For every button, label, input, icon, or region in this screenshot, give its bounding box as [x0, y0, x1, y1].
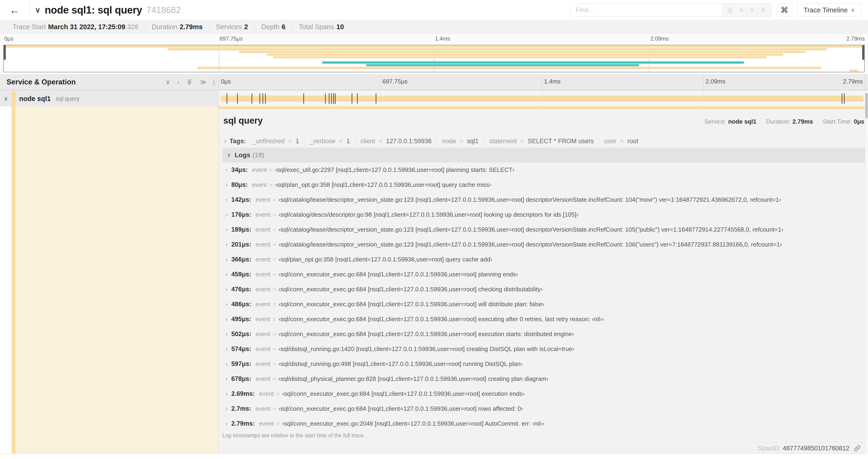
- log-marker-tick[interactable]: [303, 93, 304, 104]
- back-button[interactable]: ←: [0, 0, 30, 20]
- log-field-name: event: [255, 375, 271, 383]
- collapse-one-icon[interactable]: ∨: [166, 78, 170, 86]
- expand-all-icon[interactable]: ≫: [200, 78, 207, 86]
- log-field-name: event: [252, 166, 267, 173]
- minimap-span-row: [4, 61, 864, 64]
- expand-one-icon[interactable]: ›: [177, 78, 179, 86]
- minimap-span-row: [4, 64, 864, 66]
- log-marker-tick[interactable]: [844, 93, 845, 104]
- log-marker-tick[interactable]: [357, 93, 358, 104]
- span-duration-bar[interactable]: [220, 96, 863, 102]
- log-entry[interactable]: › 502μs: event = ‹sql/conn_executor_exec…: [222, 327, 865, 341]
- time-tick-label: 0μs: [4, 35, 13, 42]
- log-entry[interactable]: › 142μs: event = ‹sql/catalog/lease/desc…: [222, 192, 865, 207]
- minimap-canvas[interactable]: [3, 45, 865, 72]
- collapse-all-icon[interactable]: ≫: [186, 79, 193, 85]
- chevron-right-icon: ›: [226, 182, 227, 188]
- vertical-scrollbar[interactable]: [865, 91, 868, 454]
- locate-icon[interactable]: ◎: [727, 6, 733, 14]
- chevron-right-icon: ›: [226, 241, 227, 248]
- ruler-gridline: [380, 74, 380, 90]
- trace-services: Services2: [209, 23, 254, 31]
- minimap-right-scrubber[interactable]: [862, 45, 864, 60]
- column-resize-handle[interactable]: ∥: [213, 78, 216, 86]
- log-message: ‹sql/exec_util.go:2297 [nsql1,client=127…: [275, 166, 515, 173]
- log-marker-tick[interactable]: [842, 93, 842, 104]
- log-marker-tick[interactable]: [329, 93, 330, 104]
- prev-result-icon[interactable]: ∧: [739, 6, 744, 14]
- chevron-down-icon[interactable]: ∨: [35, 6, 40, 14]
- trace-start: Trace StartMarch 31 2022, 17:25:09.326: [6, 23, 145, 31]
- minimap-span-row: [4, 56, 864, 59]
- log-marker-tick[interactable]: [376, 93, 376, 104]
- log-entry[interactable]: › 80μs: event = ‹sql/plan_opt.go:358 [ns…: [222, 177, 865, 192]
- log-marker-tick[interactable]: [226, 93, 227, 104]
- log-entry[interactable]: › 201μs: event = ‹sql/catalog/lease/desc…: [222, 237, 865, 252]
- log-entry[interactable]: › 486μs: event = ‹sql/conn_executor_exec…: [222, 297, 865, 312]
- log-marker-tick[interactable]: [331, 93, 332, 104]
- minimap-span-row: [4, 48, 864, 51]
- log-marker-tick[interactable]: [237, 93, 238, 104]
- log-marker-tick[interactable]: [262, 93, 263, 104]
- tag-item[interactable]: user = root: [599, 138, 643, 145]
- log-marker-tick[interactable]: [265, 93, 266, 104]
- log-message: ‹sql/catalog/descs/descriptor.go:98 [nsq…: [279, 211, 579, 218]
- log-entry[interactable]: › 678μs: event = ‹sql/distsql_physical_p…: [222, 371, 865, 386]
- span-name-cell[interactable]: ∨ node sql1 sql query: [0, 91, 219, 106]
- service-operation-header: Service & Operation ∨ › ≫ ≫ ∥: [0, 74, 219, 90]
- log-field-name: event: [259, 390, 274, 397]
- minimap-span-row: [4, 53, 864, 56]
- log-entry[interactable]: › 2.7ms: event = ‹sql/conn_executor_exec…: [222, 401, 865, 416]
- next-result-icon[interactable]: ∨: [750, 6, 754, 14]
- log-entry[interactable]: › 2.79ms: event = ‹sql/conn_executor_exe…: [222, 416, 865, 431]
- tags-row[interactable]: › Tags: _unfinished = 1 _verbose = 1 cli…: [223, 135, 864, 147]
- header-controls: ◎ ∧ ∨ ✕ ⌘ Trace Timeline ∨: [570, 3, 861, 17]
- span-service-name: node sql1: [19, 95, 51, 103]
- trace-title-group: ∨ node sql1: sql query 7418682: [35, 0, 181, 20]
- find-input[interactable]: [570, 3, 722, 17]
- tag-item[interactable]: _unfinished = 1: [247, 138, 305, 145]
- tag-item[interactable]: statement = SELECT * FROM users: [484, 138, 599, 145]
- log-entry[interactable]: › 495μs: event = ‹sql/conn_executor_exec…: [222, 312, 865, 327]
- minimap-span-bar: [849, 69, 858, 72]
- minimap-span-bar: [239, 51, 806, 53]
- tag-item[interactable]: node = sql1: [437, 138, 484, 145]
- log-marker-tick[interactable]: [333, 93, 334, 104]
- log-marker-tick[interactable]: [335, 93, 336, 104]
- minimap-left-scrubber[interactable]: [4, 45, 6, 60]
- log-marker-tick[interactable]: [352, 93, 352, 104]
- log-entry[interactable]: › 574μs: event = ‹sql/distsql_running.go…: [222, 341, 865, 356]
- log-timestamp: 2.79ms:: [231, 420, 255, 427]
- log-entry[interactable]: › 597μs: event = ‹sql/distsql_running.go…: [222, 356, 865, 371]
- time-tick-label: 1.4ms: [435, 35, 450, 42]
- log-field-name: event: [255, 301, 271, 308]
- scrollbar-thumb[interactable]: [865, 93, 868, 119]
- equals-sign: =: [273, 211, 276, 218]
- minimap-span-row: [4, 66, 864, 69]
- tag-value: 127.0.0.1:59936: [386, 138, 431, 144]
- log-entry[interactable]: › 34μs: event = ‹sql/exec_util.go:2297 […: [222, 162, 865, 177]
- log-entry[interactable]: › 366μs: event = ‹sql/plan_opt.go:358 [n…: [222, 252, 865, 267]
- log-entry[interactable]: › 176μs: event = ‹sql/catalog/descs/desc…: [222, 207, 865, 222]
- log-message: ‹sql/plan_opt.go:358 [nsql1,client=127.0…: [275, 181, 491, 189]
- tag-item[interactable]: _verbose = 1: [305, 138, 355, 145]
- link-icon[interactable]: [854, 445, 861, 452]
- log-entry[interactable]: › 189μs: event = ‹sql/catalog/lease/desc…: [222, 222, 865, 237]
- log-marker-tick[interactable]: [259, 93, 260, 104]
- minimap-span-bar: [4, 45, 864, 47]
- log-entry[interactable]: › 476μs: event = ‹sql/conn_executor_exec…: [222, 282, 865, 297]
- log-timestamp: 366μs:: [231, 256, 251, 263]
- log-entry[interactable]: › 2.69ms: event = ‹sql/conn_executor_exe…: [222, 386, 865, 401]
- log-entry[interactable]: › 459μs: event = ‹sql/conn_executor_exec…: [222, 267, 865, 282]
- minimap-span-bar: [168, 48, 827, 50]
- view-selector-button[interactable]: Trace Timeline ∨: [797, 3, 861, 17]
- log-marker-tick[interactable]: [325, 93, 326, 104]
- timeline-header-row: Service & Operation ∨ › ≫ ≫ ∥ 0μs697.75μ…: [0, 74, 868, 91]
- log-marker-tick[interactable]: [251, 93, 252, 104]
- keyboard-shortcuts-button[interactable]: ⌘: [777, 3, 792, 17]
- tag-item[interactable]: client = 127.0.0.1:59936: [355, 138, 437, 145]
- clear-search-icon[interactable]: ✕: [761, 6, 766, 14]
- chevron-down-icon[interactable]: ∨: [0, 95, 12, 102]
- logs-section-header[interactable]: ∨ Logs (18): [222, 148, 865, 162]
- span-detail-panel: sql query Service:node sql1 Duration:2.7…: [219, 106, 868, 453]
